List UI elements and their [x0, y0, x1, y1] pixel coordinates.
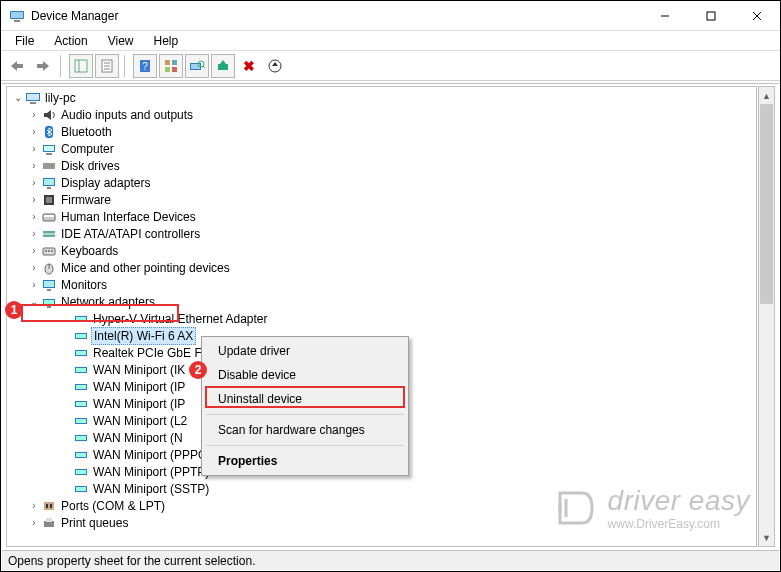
expander-closed-icon[interactable]: ›: [27, 226, 41, 242]
expander-closed-icon[interactable]: ›: [27, 260, 41, 276]
tree-item-label: Disk drives: [61, 158, 120, 174]
menu-item-scan-hardware[interactable]: Scan for hardware changes: [204, 418, 406, 442]
menu-item-update-driver[interactable]: Update driver: [204, 339, 406, 363]
minimize-button[interactable]: [642, 1, 688, 31]
menu-separator: [206, 445, 404, 446]
tree-item-label: Hyper-V Virtual Ethernet Adapter: [93, 311, 268, 327]
svg-rect-19: [165, 60, 170, 65]
forward-button[interactable]: [31, 54, 55, 78]
tree-item-label: Bluetooth: [61, 124, 112, 140]
network-adapter-icon: [73, 311, 89, 327]
network-adapter-icon: [73, 430, 89, 446]
tree-item-label: WAN Miniport (PPTP): [93, 464, 209, 480]
svg-rect-85: [46, 504, 48, 508]
svg-rect-38: [46, 153, 52, 155]
help-button[interactable]: ?: [133, 54, 157, 78]
tree-item[interactable]: ·WAN Miniport (SSTP): [7, 480, 756, 497]
expander-closed-icon[interactable]: ›: [27, 175, 41, 191]
tree-item[interactable]: ›Audio inputs and outputs: [7, 106, 756, 123]
expander-closed-icon[interactable]: ›: [27, 107, 41, 123]
svg-rect-4: [707, 12, 715, 20]
toolbar-separator: [124, 55, 128, 77]
tree-item[interactable]: ›Display adapters: [7, 174, 756, 191]
svg-rect-77: [76, 436, 86, 440]
device-tree[interactable]: ⌄ lily-pc ›Audio inputs and outputs ›Blu…: [6, 86, 757, 547]
svg-rect-75: [76, 419, 86, 423]
scroll-thumb[interactable]: [760, 104, 773, 304]
tree-item-label: Ports (COM & LPT): [61, 498, 165, 514]
tree-item[interactable]: ›Keyboards: [7, 242, 756, 259]
menu-action[interactable]: Action: [44, 32, 97, 50]
expander-closed-icon[interactable]: ›: [27, 158, 41, 174]
menu-item-disable-device[interactable]: Disable device: [204, 363, 406, 387]
add-legacy-button[interactable]: [211, 54, 235, 78]
svg-point-40: [51, 165, 53, 167]
devices-by-type-button[interactable]: [159, 54, 183, 78]
tree-item[interactable]: ·Hyper-V Virtual Ethernet Adapter: [7, 310, 756, 327]
back-button[interactable]: [5, 54, 29, 78]
vertical-scrollbar[interactable]: ▲ ▼: [758, 86, 775, 547]
network-adapter-icon: [73, 345, 89, 361]
menu-item-properties[interactable]: Properties: [204, 449, 406, 473]
menu-file[interactable]: File: [5, 32, 44, 50]
svg-line-26: [203, 66, 205, 68]
expander-open-icon[interactable]: ⌄: [11, 90, 25, 106]
tree-item[interactable]: ›Ports (COM & LPT): [7, 497, 756, 514]
svg-rect-39: [43, 163, 55, 169]
tree-root-label: lily-pc: [45, 90, 76, 106]
svg-rect-43: [47, 187, 51, 189]
expander-closed-icon[interactable]: ›: [27, 124, 41, 140]
monitor-icon: [41, 277, 57, 293]
tree-root[interactable]: ⌄ lily-pc: [7, 89, 756, 106]
expander-closed-icon[interactable]: ›: [27, 515, 41, 531]
network-adapter-icon: [73, 328, 89, 344]
expander-closed-icon[interactable]: ›: [27, 141, 41, 157]
toolbar: ? ✖: [1, 51, 780, 81]
bluetooth-icon: [41, 124, 57, 140]
svg-rect-73: [76, 402, 86, 406]
svg-rect-58: [47, 289, 51, 291]
svg-marker-30: [272, 62, 278, 66]
tree-item-label: Audio inputs and outputs: [61, 107, 193, 123]
svg-rect-86: [50, 504, 52, 508]
menu-item-uninstall-device[interactable]: Uninstall device: [204, 387, 406, 411]
scroll-up-icon[interactable]: ▲: [759, 87, 774, 104]
tree-item[interactable]: ›IDE ATA/ATAPI controllers: [7, 225, 756, 242]
tree-item[interactable]: ›Firmware: [7, 191, 756, 208]
expander-closed-icon[interactable]: ›: [27, 277, 41, 293]
scan-hardware-button[interactable]: [185, 54, 209, 78]
tree-item-label: WAN Miniport (IP: [93, 396, 185, 412]
tree-item-label: WAN Miniport (N: [93, 430, 183, 446]
svg-rect-32: [27, 94, 39, 100]
menu-view[interactable]: View: [98, 32, 144, 50]
expander-closed-icon[interactable]: ›: [27, 498, 41, 514]
expander-closed-icon[interactable]: ›: [27, 192, 41, 208]
show-hide-tree-button[interactable]: [69, 54, 93, 78]
tree-item[interactable]: ›Disk drives: [7, 157, 756, 174]
svg-rect-42: [44, 179, 54, 185]
window-title: Device Manager: [31, 9, 642, 23]
tree-item[interactable]: ›Monitors: [7, 276, 756, 293]
update-driver-button[interactable]: [263, 54, 287, 78]
tree-item[interactable]: ›Print queues: [7, 514, 756, 531]
window-controls: [642, 1, 780, 31]
tree-item[interactable]: ›Mice and other pointing devices: [7, 259, 756, 276]
uninstall-button[interactable]: ✖: [237, 54, 261, 78]
tree-item[interactable]: ›Bluetooth: [7, 123, 756, 140]
tree-item-network-adapters[interactable]: ⌄Network adapters: [7, 293, 756, 310]
close-button[interactable]: [734, 1, 780, 31]
properties-button[interactable]: [95, 54, 119, 78]
svg-rect-11: [75, 60, 87, 72]
maximize-button[interactable]: [688, 1, 734, 31]
svg-rect-47: [44, 215, 54, 217]
tree-item-label: WAN Miniport (L2: [93, 413, 187, 429]
expander-open-icon[interactable]: ⌄: [27, 294, 41, 310]
disk-icon: [41, 158, 57, 174]
tree-item[interactable]: ›Computer: [7, 140, 756, 157]
expander-closed-icon[interactable]: ›: [27, 209, 41, 225]
firmware-icon: [41, 192, 57, 208]
tree-item[interactable]: ›Human Interface Devices: [7, 208, 756, 225]
expander-closed-icon[interactable]: ›: [27, 243, 41, 259]
scroll-down-icon[interactable]: ▼: [759, 529, 774, 546]
menu-help[interactable]: Help: [144, 32, 189, 50]
